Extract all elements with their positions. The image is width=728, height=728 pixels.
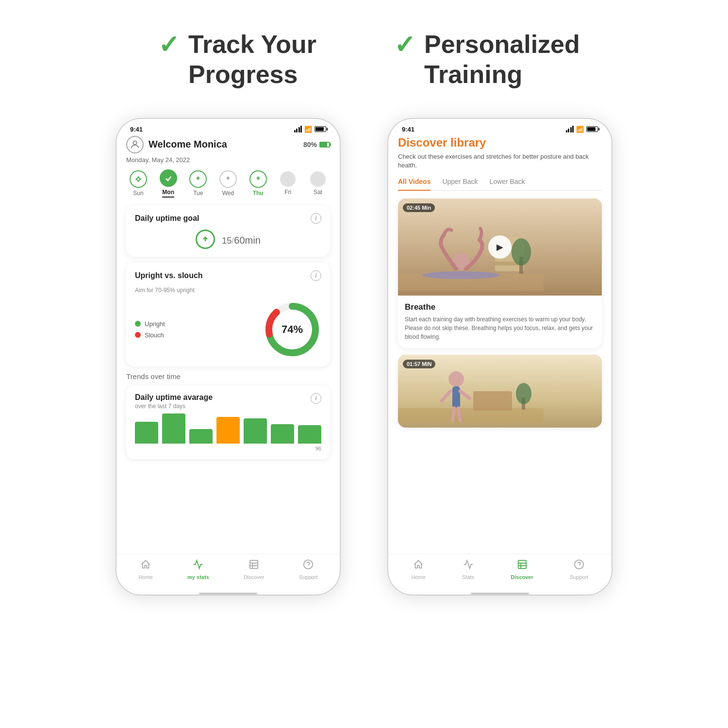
date-label: Monday, May 24, 2022 — [126, 156, 330, 164]
day-wed[interactable]: Wed — [216, 170, 240, 197]
home-icon-2 — [413, 559, 424, 573]
donut-text: 74% — [281, 323, 303, 336]
tab-all-videos[interactable]: All Videos — [398, 178, 430, 190]
uptime-card-header: Daily uptime goal i — [135, 213, 321, 224]
bar-7 — [298, 425, 321, 444]
status-bar-1: 9:41 📶 — [116, 119, 340, 136]
legend: Upright Slouch — [135, 320, 165, 339]
video-thumbnail-2[interactable]: 01:57 MIN — [398, 355, 602, 428]
day-thu-label: Thu — [253, 190, 264, 197]
nav-home-label-1: Home — [139, 574, 153, 580]
nav-discover-1[interactable]: Discover — [244, 559, 265, 580]
upright-info-icon[interactable]: i — [311, 270, 321, 281]
svg-point-0 — [133, 141, 136, 144]
nav-stats-1[interactable]: my stats — [187, 559, 209, 580]
day-sun[interactable]: Sun — [126, 170, 150, 197]
home-notch-1 — [199, 593, 257, 595]
svg-rect-36 — [518, 561, 526, 569]
video-tabs: All Videos Upper Back Lower Back — [398, 178, 602, 191]
trends-card-sub: over the last 7 days — [135, 403, 213, 410]
battery-icon-2 — [586, 126, 598, 132]
nav-stats-label-2: Stats — [462, 574, 474, 580]
nav-discover-label-2: Discover — [511, 574, 533, 580]
upright-card-header: Upright vs. slouch i — [135, 270, 321, 281]
video-thumbnail-1[interactable]: 02:45 Min ▶ — [398, 199, 602, 296]
user-header: Welcome Monica 80% — [126, 136, 330, 153]
right-checkmark: ✓ — [394, 32, 415, 57]
nav-stats-2[interactable]: Stats — [462, 559, 474, 580]
day-fri-label: Fri — [284, 189, 291, 196]
time-1: 9:41 — [130, 126, 143, 133]
upright-card-subtitle: Aim for 70-95% upright — [135, 287, 321, 294]
uptime-info-icon[interactable]: i — [311, 213, 321, 224]
day-fri[interactable]: Fri — [276, 171, 300, 196]
wifi-icon-2: 📶 — [576, 126, 584, 133]
tab-upper-back[interactable]: Upper Back — [442, 178, 478, 190]
day-mon[interactable]: Mon — [156, 169, 181, 198]
day-sun-label: Sun — [133, 190, 143, 197]
bar-label: 96 — [135, 446, 321, 451]
video-desc-1: Start each training day with breathing e… — [405, 315, 595, 341]
phones-section: 9:41 📶 — [116, 119, 612, 595]
legend-upright: Upright — [135, 320, 165, 328]
svg-rect-26 — [398, 408, 544, 423]
bar-3 — [189, 429, 213, 444]
nav-home-1[interactable]: Home — [139, 559, 153, 580]
left-heading-text: Track Your Progress — [188, 29, 316, 90]
tab-lower-back[interactable]: Lower Back — [490, 178, 525, 190]
bar-chart — [135, 414, 321, 444]
uptime-card: Daily uptime goal i 15/60min — [126, 205, 330, 257]
play-button-1[interactable]: ▶ — [488, 235, 512, 259]
video-duration-1: 02:45 Min — [403, 203, 435, 212]
nav-support-2[interactable]: Support — [570, 559, 589, 580]
day-tue-label: Tue — [193, 190, 203, 197]
bar-5 — [244, 418, 267, 444]
trends-title: Trends over time — [126, 372, 330, 381]
svg-line-30 — [460, 391, 470, 398]
battery-badge: 80% — [303, 141, 330, 149]
bottom-nav-1: Home my stats Discover — [116, 554, 340, 590]
nav-support-label-2: Support — [570, 574, 589, 580]
discover-icon-2 — [517, 559, 528, 573]
upright-card: Upright vs. slouch i Aim for 70-95% upri… — [126, 263, 330, 366]
phone-progress: 9:41 📶 — [116, 119, 340, 595]
video-card-1: 02:45 Min ▶ Breathe Start each training … — [398, 199, 602, 348]
svg-point-27 — [448, 371, 464, 387]
stats-icon-2 — [463, 559, 474, 573]
trends-card-header: Daily uptime avarage over the last 7 day… — [135, 393, 321, 410]
video-duration-2: 01:57 MIN — [403, 360, 435, 368]
uptime-arrow — [196, 230, 215, 249]
day-tue[interactable]: Tue — [186, 170, 210, 197]
svg-line-32 — [458, 408, 460, 420]
home-icon-1 — [140, 559, 151, 573]
user-greeting: Welcome Monica — [149, 139, 227, 150]
trends-card: Daily uptime avarage over the last 7 day… — [126, 385, 330, 459]
right-heading-text: Personalized Training — [424, 29, 570, 90]
svg-rect-13 — [250, 561, 258, 569]
video-title-1: Breathe — [405, 302, 595, 312]
phone-training: 9:41 📶 Discover library Check out these … — [388, 119, 612, 595]
day-sat[interactable]: Sat — [306, 171, 330, 196]
home-notch-2 — [471, 593, 529, 595]
nav-discover-label-1: Discover — [244, 574, 265, 580]
svg-rect-28 — [452, 386, 460, 408]
status-bar-2: 9:41 📶 — [388, 119, 612, 136]
legend-dot-red — [135, 332, 141, 338]
status-icons-2: 📶 — [566, 126, 598, 133]
nav-home-2[interactable]: Home — [412, 559, 426, 580]
nav-support-label-1: Support — [299, 574, 318, 580]
signal-icon-1 — [294, 126, 302, 132]
video-card-2: 01:57 MIN — [398, 355, 602, 428]
trends-info-icon[interactable]: i — [311, 393, 321, 404]
day-wed-label: Wed — [222, 190, 234, 197]
nav-support-1[interactable]: Support — [299, 559, 318, 580]
discover-title: Discover library — [398, 136, 602, 149]
day-thu[interactable]: Thu — [246, 170, 270, 197]
stats-icon-1 — [193, 559, 203, 573]
trends-card-title: Daily uptime avarage — [135, 393, 213, 402]
svg-point-25 — [512, 238, 531, 265]
signal-icon-2 — [566, 126, 574, 132]
bar-4 — [216, 417, 240, 444]
nav-discover-2[interactable]: Discover — [511, 559, 533, 580]
user-name-row: Welcome Monica — [126, 136, 227, 153]
